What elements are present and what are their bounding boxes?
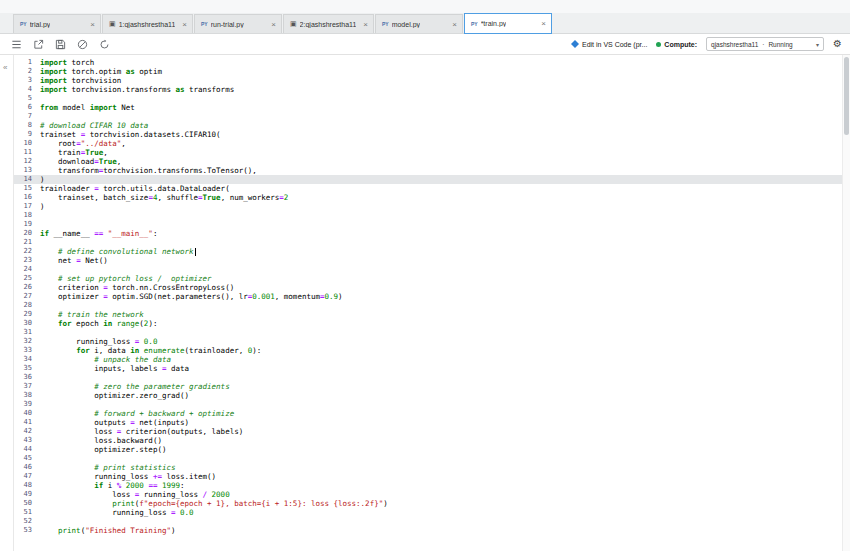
code-line[interactable]: 42 loss = criterion(outputs, labels) [14,427,842,436]
code-line[interactable]: 2import torch.optim as optim [14,67,842,76]
code-line[interactable]: 49 loss = running_loss / 2000 [14,490,842,499]
code-line[interactable]: 9trainset = torchvision.datasets.CIFAR10… [14,130,842,139]
settings-gear-icon[interactable]: ⚙ [833,39,842,49]
code-line[interactable]: 8# download CIFAR 10 data [14,121,842,130]
code-text: root="../data", [40,139,126,148]
tab-close-icon[interactable]: × [267,20,276,29]
code-line[interactable]: 39 [14,400,842,409]
line-number: 53 [14,526,40,535]
code-line[interactable]: 16 trainset, batch_size=4, shuffle=True,… [14,193,842,202]
tab-close-icon[interactable]: × [359,20,368,29]
code-line[interactable]: 38 optimizer.zero_grad() [14,391,842,400]
tab-bar: PYtrial.py×▣1:qjashshrestha11×PYrun-tria… [0,13,850,34]
code-text: running_loss = 0.0 [40,508,194,517]
code-line[interactable]: 40 # forward + backward + optimize [14,409,842,418]
code-line[interactable]: 13 transform=torchvision.transforms.ToTe… [14,166,842,175]
code-line[interactable]: 28 [14,301,842,310]
code-line[interactable]: 6from model import Net [14,103,842,112]
collapse-sidebar-button[interactable]: « [3,63,7,72]
code-line[interactable]: 35 inputs, labels = data [14,364,842,373]
editor-tab[interactable]: ▣1:qjashshrestha11× [102,14,193,33]
editor-tab[interactable]: PYrun-trial.py× [194,14,282,33]
code-line[interactable]: 30 for epoch in range(2): [14,319,842,328]
tab-label: model.py [392,21,420,28]
code-text: for i, data in enumerate(trainloader, 0)… [40,346,261,355]
code-line[interactable]: 29 # train the network [14,310,842,319]
code-line[interactable]: 18 [14,211,842,220]
code-line[interactable]: 4import torchvision.transforms as transf… [14,85,842,94]
code-line[interactable]: 24 [14,265,842,274]
code-line[interactable]: 23 net = Net() [14,256,842,265]
code-line[interactable]: 50 print(f"epoch={epoch + 1}, batch={i +… [14,499,842,508]
code-line[interactable]: 14) [14,175,842,184]
vertical-scrollbar[interactable] [842,55,850,551]
edit-in-vscode-button[interactable]: Edit in VS Code (pr... [571,40,647,48]
line-number: 52 [14,517,40,526]
code-line[interactable]: 11 train=True, [14,148,842,157]
code-editor[interactable]: 1import torch2import torch.optim as opti… [14,55,842,551]
code-line[interactable]: 12 download=True, [14,157,842,166]
line-number: 10 [14,139,40,148]
code-line[interactable]: 36 [14,373,842,382]
code-line[interactable]: 7 [14,112,842,121]
line-number: 3 [14,76,40,85]
code-line[interactable]: 21 [14,238,842,247]
code-line[interactable]: 33 for i, data in enumerate(trainloader,… [14,346,842,355]
code-line[interactable]: 27 optimizer = optim.SGD(net.parameters(… [14,292,842,301]
terminal-icon: ▣ [290,20,297,28]
tab-close-icon[interactable]: × [537,19,546,28]
code-line[interactable]: 1import torch [14,58,842,67]
tab-label: *train.py [481,20,507,27]
code-line[interactable]: 47 running_loss += loss.item() [14,472,842,481]
code-line[interactable]: 44 optimizer.step() [14,445,842,454]
line-number: 15 [14,184,40,193]
line-number: 24 [14,265,40,274]
code-line[interactable]: 48 if i % 2000 == 1999: [14,481,842,490]
code-line[interactable]: 5 [14,94,842,103]
code-text: inputs, labels = data [40,364,189,373]
code-line[interactable]: 37 # zero the parameter gradients [14,382,842,391]
code-line[interactable]: 51 running_loss = 0.0 [14,508,842,517]
editor-tab[interactable]: PYtrial.py× [13,14,101,33]
code-line[interactable]: 10 root="../data", [14,139,842,148]
code-text: if i % 2000 == 1999: [40,481,185,490]
code-line[interactable]: 52 [14,517,842,526]
cell-menu-icon[interactable] [10,38,22,50]
code-line[interactable]: 34 # unpack the data [14,355,842,364]
code-line[interactable]: 19 [14,220,842,229]
code-line[interactable]: 32 running_loss = 0.0 [14,337,842,346]
line-number: 46 [14,463,40,472]
line-number: 9 [14,130,40,139]
instance-status: Running [768,41,792,48]
code-line[interactable]: 17) [14,202,842,211]
code-text: trainset = torchvision.datasets.CIFAR10( [40,130,221,139]
code-line[interactable]: 15trainloader = torch.utils.data.DataLoa… [14,184,842,193]
restart-kernel-icon[interactable] [98,38,110,50]
code-line[interactable]: 3import torchvision [14,76,842,85]
code-line[interactable]: 41 outputs = net(inputs) [14,418,842,427]
line-number: 33 [14,346,40,355]
line-number: 28 [14,301,40,310]
interrupt-kernel-icon[interactable] [76,38,88,50]
tab-close-icon[interactable]: × [178,20,187,29]
editor-tab[interactable]: ▣2:qjashshrestha11× [283,14,374,33]
code-line[interactable]: 20if __name__ == "__main__": [14,229,842,238]
tab-close-icon[interactable]: × [448,20,457,29]
code-line[interactable]: 22 # define convolutional network [14,247,842,256]
instance-dropdown[interactable]: qjashshrestha11 · Running ▾ [706,37,824,51]
scrollbar-thumb[interactable] [844,57,849,135]
export-icon[interactable] [32,38,44,50]
editor-tab[interactable]: PYmodel.py× [375,14,463,33]
line-number: 23 [14,256,40,265]
code-line[interactable]: 25 # set up pytorch loss / optimizer [14,274,842,283]
editor-tab[interactable]: PY*train.py× [464,13,552,34]
window-top-strip [0,0,850,13]
code-line[interactable]: 53 print("Finished Training") [14,526,842,535]
code-line[interactable]: 43 loss.backward() [14,436,842,445]
code-line[interactable]: 31 [14,328,842,337]
tab-close-icon[interactable]: × [86,20,95,29]
code-line[interactable]: 45 [14,454,842,463]
code-line[interactable]: 26 criterion = torch.nn.CrossEntropyLoss… [14,283,842,292]
save-icon[interactable] [54,38,66,50]
code-line[interactable]: 46 # print statistics [14,463,842,472]
